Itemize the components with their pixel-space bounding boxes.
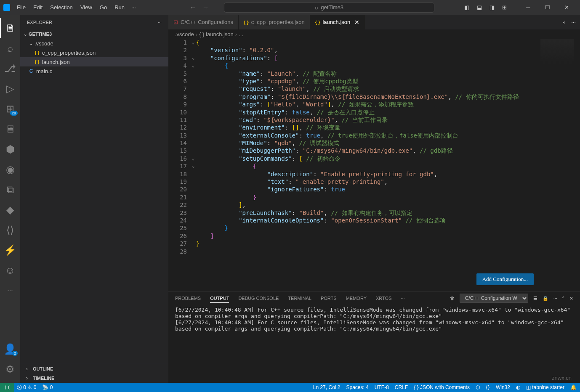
menu-go[interactable]: Go <box>96 3 110 12</box>
close-icon[interactable]: ✕ <box>354 19 359 26</box>
fold-icon[interactable] <box>190 124 196 131</box>
fold-icon[interactable] <box>190 109 196 116</box>
code-editor[interactable]: 1234567891011121314151617181920212223242… <box>168 39 580 291</box>
activity-item-1[interactable]: ⬢ <box>0 139 20 159</box>
activity-search[interactable]: ⌕ <box>0 38 20 58</box>
fold-icon[interactable] <box>190 240 196 247</box>
fold-icon[interactable]: ⌄ <box>190 39 196 46</box>
fold-icon[interactable] <box>190 185 196 193</box>
breadcrumb[interactable]: .vscode›{ } launch.json›... <box>168 29 580 39</box>
minimap[interactable] <box>540 39 574 64</box>
output-content[interactable]: [6/27/2024, 10:40:48 AM] For C++ source … <box>168 305 580 383</box>
tab-c_cpp_properties.json[interactable]: { }c_cpp_properties.json <box>239 15 310 29</box>
window-minimize-button[interactable]: ─ <box>519 0 538 15</box>
menu-selection[interactable]: Selection <box>47 3 76 12</box>
activity-more-icon[interactable]: ··· <box>0 281 20 301</box>
panel-tab-terminal[interactable]: TERMINAL <box>288 294 311 302</box>
split-editor-icon[interactable]: ⫞ <box>562 19 565 25</box>
nav-back-icon[interactable]: ← <box>190 4 197 11</box>
panel-tab-output[interactable]: OUTPUT <box>210 294 229 303</box>
fold-icon[interactable] <box>190 248 196 255</box>
file-main.c[interactable]: Cmain.c <box>20 66 168 76</box>
fold-icon[interactable] <box>190 116 196 124</box>
activity-item-2[interactable]: ⧉ <box>0 180 20 200</box>
fold-icon[interactable] <box>190 201 196 209</box>
menu-edit[interactable]: Edit <box>30 3 46 12</box>
add-configuration-button[interactable]: Add Configuration... <box>476 273 534 285</box>
layout-sidebar-right-icon[interactable]: ◨ <box>490 4 495 11</box>
fold-icon[interactable] <box>190 93 196 101</box>
command-center[interactable]: ⌕ getTime3 <box>224 3 434 13</box>
breadcrumb-item[interactable]: .vscode <box>175 31 194 37</box>
filter-icon[interactable]: ☰ <box>533 296 537 301</box>
fold-icon[interactable] <box>190 224 196 232</box>
fold-icon[interactable] <box>190 170 196 178</box>
activity-settings[interactable]: ⚙ <box>0 359 20 379</box>
fold-icon[interactable]: ⌄ <box>190 54 196 62</box>
activity-run-debug[interactable]: ▷ <box>0 79 20 99</box>
clear-output-icon[interactable]: 🗑 <box>450 296 455 301</box>
status-item-1[interactable]: ⬡ <box>476 384 480 390</box>
nav-forward-icon[interactable]: → <box>202 4 209 11</box>
fold-icon[interactable] <box>190 232 196 240</box>
activity-source-control[interactable]: ⎇ <box>0 58 20 79</box>
panel-close-icon[interactable]: ✕ <box>569 296 573 301</box>
fold-icon[interactable] <box>190 85 196 93</box>
activity-accounts[interactable]: 👤2 <box>0 339 20 359</box>
menu-view[interactable]: View <box>77 3 96 12</box>
status-eol[interactable]: CRLF <box>395 384 408 390</box>
activity-item-4[interactable]: ⟨⟩ <box>0 220 20 240</box>
layout-panel-icon[interactable]: ⬓ <box>477 4 482 11</box>
panel-tab-ports[interactable]: PORTS <box>321 294 337 302</box>
panel-tab-problems[interactable]: PROBLEMS <box>175 294 201 302</box>
panel-tab-debug console[interactable]: DEBUG CONSOLE <box>238 294 279 302</box>
panel-more-tabs-icon[interactable]: ··· <box>401 294 404 302</box>
menu-more-icon[interactable]: ··· <box>128 3 139 12</box>
file-c_cpp_properties.json[interactable]: { }c_cpp_properties.json <box>20 48 168 57</box>
fold-icon[interactable]: ⌄ <box>190 155 196 162</box>
tab-more-icon[interactable]: ··· <box>571 19 576 25</box>
lock-icon[interactable]: 🔒 <box>543 296 548 301</box>
status-spaces[interactable]: Spaces: 4 <box>346 384 368 390</box>
status-notifications-icon[interactable]: 🔔 <box>570 384 577 390</box>
activity-extensions[interactable]: ⊞28 <box>0 99 20 119</box>
activity-item-6[interactable]: ☺ <box>0 260 20 281</box>
sidebar-more-icon[interactable]: ··· <box>158 20 162 25</box>
fold-icon[interactable] <box>190 178 196 185</box>
status-encoding[interactable]: UTF-8 <box>375 384 389 390</box>
fold-icon[interactable] <box>190 70 196 77</box>
tab-C/C++ Configurations[interactable]: ⊡C/C++ Configurations <box>168 15 239 29</box>
menu-file[interactable]: File <box>13 3 29 12</box>
window-close-button[interactable]: ✕ <box>557 0 577 15</box>
status-item-2[interactable]: ⟨⟩ <box>486 384 490 390</box>
outline-section[interactable]: ›OUTLINE <box>20 364 168 373</box>
output-channel-select[interactable]: C/C++ Configuration W <box>460 294 528 303</box>
panel-tab-xrtos[interactable]: XRTOS <box>376 294 392 302</box>
status-item-3[interactable]: ◐ <box>516 384 520 390</box>
fold-icon[interactable] <box>190 132 196 139</box>
menu-run[interactable]: Run <box>111 3 128 12</box>
panel-more-icon[interactable]: ··· <box>553 296 557 301</box>
fold-icon[interactable] <box>190 147 196 154</box>
breadcrumb-item[interactable]: ... <box>239 31 243 37</box>
status-errors[interactable]: ⓧ 0 ⚠ 0 <box>17 384 36 391</box>
status-tabnine[interactable]: ◫ tabnine starter <box>526 384 564 390</box>
activity-remote[interactable]: 🖥 <box>0 119 20 139</box>
file-launch.json[interactable]: { }launch.json <box>20 57 168 66</box>
fold-icon[interactable] <box>190 217 196 224</box>
activity-item-5[interactable]: ⚡ <box>0 240 20 260</box>
activity-github[interactable]: ◉ <box>0 159 20 180</box>
window-maximize-button[interactable]: ☐ <box>538 0 557 15</box>
file-.vscode[interactable]: ⌄.vscode <box>20 39 168 48</box>
fold-icon[interactable] <box>190 139 196 147</box>
status-cursor[interactable]: Ln 27, Col 2 <box>313 384 341 390</box>
fold-icon[interactable]: ⌄ <box>190 162 196 170</box>
layout-sidebar-left-icon[interactable]: ◧ <box>464 4 469 11</box>
fold-icon[interactable] <box>190 77 196 85</box>
activity-item-3[interactable]: ◆ <box>0 200 20 220</box>
project-root[interactable]: ⌄ GETTIME3 <box>20 29 168 39</box>
fold-icon[interactable] <box>190 209 196 217</box>
status-ports[interactable]: 📡 0 <box>42 384 53 390</box>
breadcrumb-item[interactable]: { } launch.json <box>199 31 234 37</box>
status-platform[interactable]: Win32 <box>496 384 510 390</box>
